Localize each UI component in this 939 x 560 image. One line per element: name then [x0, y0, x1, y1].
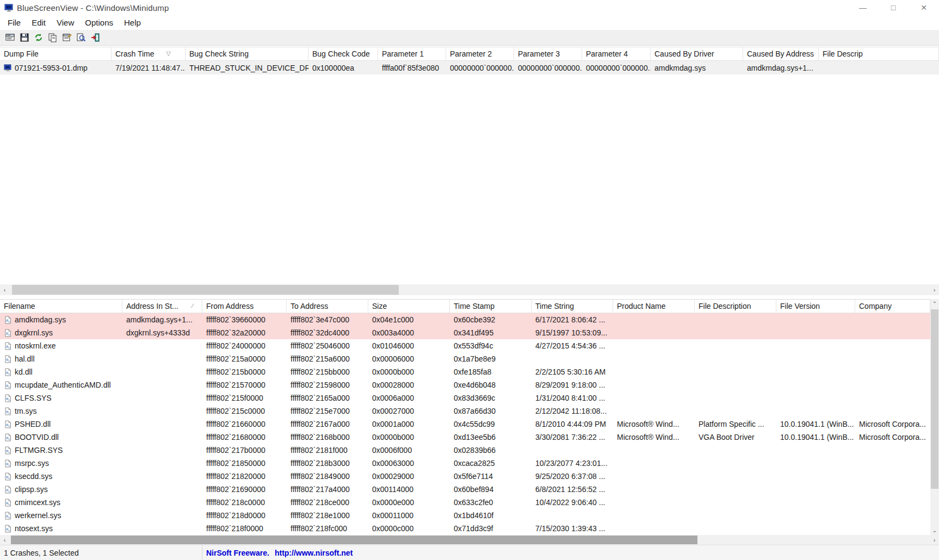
- scroll-right-arrow-icon[interactable]: ›: [930, 535, 939, 545]
- column-header-time-stamp[interactable]: Time Stamp: [450, 300, 532, 313]
- maximize-icon[interactable]: □: [878, 0, 909, 15]
- menu-file[interactable]: File: [2, 15, 26, 30]
- upper-horizontal-scrollbar[interactable]: ‹ ›: [0, 284, 939, 295]
- row-dxgkrnl-sys[interactable]: dxgkrnl.sysdxgkrnl.sys+4333dfffff802`32a…: [0, 326, 930, 339]
- scroll-left-arrow-icon[interactable]: ‹: [0, 535, 9, 545]
- menu-edit[interactable]: Edit: [26, 15, 51, 30]
- cell-address-in-st: amdkmdag.sys+1...: [122, 315, 202, 324]
- column-header-from-address[interactable]: From Address: [202, 300, 287, 313]
- cell-text: fffff802`215f0000: [206, 394, 263, 402]
- column-header-caused-by-address[interactable]: Caused By Address: [743, 47, 819, 60]
- copy-button[interactable]: [46, 31, 60, 44]
- column-header-filename[interactable]: Filename: [0, 300, 122, 313]
- row-clfs-sys[interactable]: CLFS.SYSfffff802`215f0000fffff802`2165a0…: [0, 391, 930, 405]
- cell-filename: kd.dll: [0, 368, 122, 376]
- system-file-icon: [4, 433, 12, 441]
- row-tm-sys[interactable]: tm.sysfffff802`215c0000fffff802`215e7000…: [0, 405, 930, 418]
- cell-to-address: fffff802`2181f000: [287, 446, 368, 455]
- column-header-file-description[interactable]: File Description: [695, 300, 776, 313]
- column-header-file-version[interactable]: File Version: [776, 300, 855, 313]
- save-button[interactable]: [17, 31, 32, 44]
- column-header-address-in-st[interactable]: Address In St...∕: [122, 300, 202, 313]
- row-ntosext-sys[interactable]: ntosext.sysfffff802`218f0000fffff802`218…: [0, 522, 930, 535]
- column-header-product-name[interactable]: Product Name: [613, 300, 695, 313]
- lower-hscroll-thumb[interactable]: [11, 536, 697, 544]
- column-header-time-string[interactable]: Time String: [532, 300, 613, 313]
- cell-filename: hal.dll: [0, 354, 122, 363]
- menu-options[interactable]: Options: [79, 15, 119, 30]
- column-header-bug-check-code[interactable]: Bug Check Code: [308, 47, 378, 60]
- cell-size: 0x0000b000: [368, 368, 450, 376]
- cell-text: 0x0000e000: [372, 498, 414, 507]
- column-header-parameter-3[interactable]: Parameter 3: [514, 47, 582, 60]
- column-header-company[interactable]: Company: [855, 300, 930, 313]
- refresh-button[interactable]: [32, 31, 46, 44]
- cell-caused-by-driver: amdkmdag.sys: [651, 64, 743, 72]
- cell-from-address: fffff802`217b0000: [202, 446, 287, 455]
- column-header-parameter-2[interactable]: Parameter 2: [446, 47, 514, 60]
- cell-from-address: fffff802`21570000: [202, 381, 287, 389]
- cell-text: 0x0000c000: [372, 524, 413, 533]
- cell-text: ffffa00f`85f3e080: [382, 64, 439, 72]
- column-header-to-address[interactable]: To Address: [287, 300, 368, 313]
- row-amdkmdag-sys[interactable]: amdkmdag.sysamdkmdag.sys+1...fffff802`39…: [0, 313, 930, 326]
- cell-text: fffff802`218e1000: [291, 511, 350, 520]
- lower-vscroll-thumb[interactable]: [931, 309, 938, 489]
- column-header-dump-file[interactable]: Dump File: [0, 47, 112, 60]
- scroll-up-arrow-icon[interactable]: ⌃: [930, 299, 939, 308]
- cell-from-address: fffff802`21820000: [202, 472, 287, 481]
- cell-text: fffff802`21680000: [206, 433, 265, 441]
- row-pshed-dll[interactable]: PSHED.dllfffff802`21660000fffff802`2167a…: [0, 418, 930, 431]
- row-ksecdd-sys[interactable]: ksecdd.sysfffff802`21820000fffff802`2184…: [0, 470, 930, 483]
- cell-from-address: fffff802`218f0000: [202, 524, 287, 533]
- exit-button[interactable]: [88, 31, 102, 44]
- column-header-bug-check-string[interactable]: Bug Check String: [186, 47, 308, 60]
- cell-text: fffff802`24000000: [206, 341, 265, 350]
- row-clipsp-sys[interactable]: clipsp.sysfffff802`21690000fffff802`217a…: [0, 483, 930, 496]
- column-header-caused-by-driver[interactable]: Caused By Driver: [651, 47, 743, 60]
- row-ntoskrnl-exe[interactable]: ntoskrnl.exefffff802`24000000fffff802`25…: [0, 339, 930, 352]
- cell-to-address: fffff802`218fc000: [287, 524, 368, 533]
- lower-vertical-scrollbar[interactable]: ⌃ ⌄: [930, 299, 939, 535]
- scroll-right-arrow-icon[interactable]: ›: [930, 284, 939, 295]
- cell-text: fffff802`218d0000: [206, 511, 265, 520]
- cell-to-address: fffff802`2167a000: [287, 420, 368, 428]
- row-kd-dll[interactable]: kd.dllfffff802`215b0000fffff802`215bb000…: [0, 365, 930, 378]
- row-msrpc-sys[interactable]: msrpc.sysfffff802`21850000fffff802`218b3…: [0, 457, 930, 470]
- column-header-parameter-1[interactable]: Parameter 1: [378, 47, 446, 60]
- column-header-file-descrip[interactable]: File Descrip: [819, 47, 939, 60]
- menu-help[interactable]: Help: [119, 15, 146, 30]
- row-bootvid-dll[interactable]: BOOTVID.dllfffff802`21680000fffff802`216…: [0, 431, 930, 444]
- system-file-icon: [4, 342, 12, 350]
- row-071921-5953-01-dmp[interactable]: 071921-5953-01.dmp7/19/2021 11:48:47...T…: [0, 61, 939, 74]
- cell-text: amdkmdag.sys+1...: [126, 315, 193, 324]
- scroll-left-arrow-icon[interactable]: ‹: [0, 284, 9, 295]
- cell-text: Platform Specific ...: [699, 420, 764, 428]
- row-werkernel-sys[interactable]: werkernel.sysfffff802`218d0000fffff802`2…: [0, 509, 930, 522]
- column-header-crash-time[interactable]: Crash Time▽: [112, 47, 186, 60]
- column-header-size[interactable]: Size: [368, 300, 450, 313]
- column-header-parameter-4[interactable]: Parameter 4: [582, 47, 651, 60]
- column-label: File Descrip: [823, 49, 863, 58]
- find-button[interactable]: [74, 31, 88, 44]
- upper-hscroll-thumb[interactable]: [12, 285, 399, 295]
- minimize-icon[interactable]: —: [848, 0, 878, 15]
- row-mcupdate-authenticamd-dll[interactable]: mcupdate_AuthenticAMD.dllfffff802`215700…: [0, 378, 930, 391]
- scroll-down-arrow-icon[interactable]: ⌄: [930, 526, 939, 535]
- lower-horizontal-scrollbar[interactable]: ‹ ›: [0, 535, 939, 545]
- row-cmimcext-sys[interactable]: cmimcext.sysfffff802`218c0000fffff802`21…: [0, 496, 930, 509]
- properties-button[interactable]: [60, 31, 74, 44]
- cell-text: ksecdd.sys: [15, 472, 52, 481]
- cell-to-address: fffff802`217a4000: [287, 485, 368, 494]
- nirsoft-url-link[interactable]: http://www.nirsoft.net: [275, 549, 353, 557]
- row-hal-dll[interactable]: hal.dllfffff802`215a0000fffff802`215a600…: [0, 352, 930, 365]
- cell-from-address: fffff802`215a0000: [202, 354, 287, 363]
- cell-size: 0x0000c000: [368, 524, 450, 533]
- minidump-file-icon: [4, 64, 12, 72]
- menu-view[interactable]: View: [51, 15, 79, 30]
- advanced-options-button[interactable]: [3, 31, 17, 44]
- cell-size: 0x04e1c000: [368, 315, 450, 324]
- close-icon[interactable]: ✕: [909, 0, 939, 15]
- row-fltmgr-sys[interactable]: FLTMGR.SYSfffff802`217b0000fffff802`2181…: [0, 444, 930, 457]
- cell-text: 0x00011000: [372, 511, 413, 520]
